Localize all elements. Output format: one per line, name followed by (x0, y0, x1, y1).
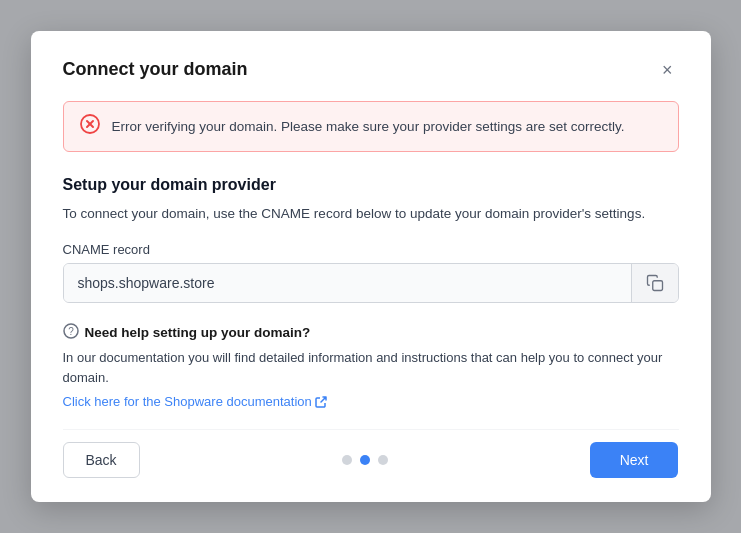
modal-dialog: Connect your domain × Error verifying yo… (31, 31, 711, 502)
help-section: ? Need help setting up your domain? In o… (63, 323, 679, 409)
svg-text:?: ? (68, 326, 74, 337)
help-link[interactable]: Click here for the Shopware documentatio… (63, 394, 327, 409)
cname-input[interactable] (64, 264, 631, 302)
modal-overlay: Connect your domain × Error verifying yo… (0, 0, 741, 533)
dot-1 (342, 455, 352, 465)
modal-header: Connect your domain × (63, 59, 679, 81)
help-title-row: ? Need help setting up your domain? (63, 323, 679, 342)
svg-rect-3 (652, 281, 662, 291)
help-link-text: Click here for the Shopware documentatio… (63, 394, 312, 409)
error-message: Error verifying your domain. Please make… (112, 119, 625, 134)
error-banner: Error verifying your domain. Please make… (63, 101, 679, 152)
cname-label: CNAME record (63, 242, 679, 257)
help-description: In our documentation you will find detai… (63, 348, 679, 387)
pagination-dots (342, 455, 388, 465)
modal-title: Connect your domain (63, 59, 248, 80)
copy-button[interactable] (631, 264, 678, 302)
dot-2 (360, 455, 370, 465)
dot-3 (378, 455, 388, 465)
close-button[interactable]: × (656, 59, 679, 81)
section-description: To connect your domain, use the CNAME re… (63, 204, 679, 224)
back-button[interactable]: Back (63, 442, 140, 478)
error-icon (80, 114, 100, 139)
help-title: Need help setting up your domain? (85, 325, 311, 340)
section-title: Setup your domain provider (63, 176, 679, 194)
cname-field (63, 263, 679, 303)
next-button[interactable]: Next (590, 442, 679, 478)
modal-footer: Back Next (63, 429, 679, 478)
help-icon: ? (63, 323, 79, 342)
